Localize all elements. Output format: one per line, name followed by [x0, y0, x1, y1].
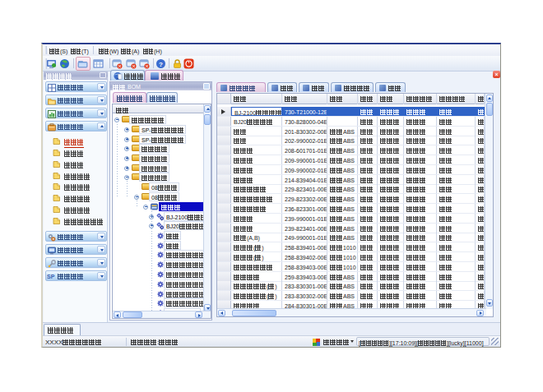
svg-text:?: ? — [159, 61, 163, 68]
